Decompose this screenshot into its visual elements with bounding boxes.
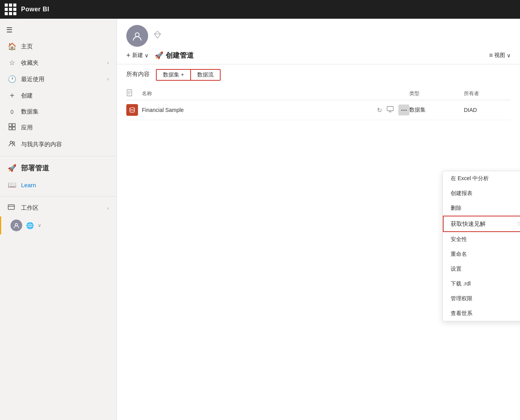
sidebar-item-label: Learn — [21, 182, 109, 188]
pipeline-button[interactable]: 🚀 创建管道 — [155, 51, 194, 60]
avatar — [11, 220, 22, 231]
context-menu-security[interactable]: 安全性 — [443, 232, 520, 247]
sidebar-item-label: 应用 — [21, 124, 109, 131]
sidebar-item-datasets[interactable]: 0 数据集 — [0, 104, 117, 119]
context-menu-view-lineage[interactable]: 查看世系 — [443, 306, 520, 321]
svg-rect-6 — [8, 205, 14, 209]
svg-rect-0 — [9, 124, 12, 126]
quick-insights-label: 获取快速见解 — [451, 220, 486, 228]
chevron-down-icon: ∨ — [507, 52, 511, 58]
context-menu-settings[interactable]: 设置 — [443, 262, 520, 276]
svg-rect-16 — [387, 106, 393, 111]
context-menu-analyze-excel[interactable]: 在 Excel 中分析 — [443, 171, 520, 186]
col-type-header: 类型 — [409, 90, 464, 97]
table-header: 名称 类型 所有者 — [126, 87, 511, 100]
sidebar-item-apps[interactable]: 应用 — [0, 119, 117, 136]
new-button[interactable]: + 新建 ∨ — [126, 51, 149, 60]
apps-icon[interactable] — [5, 4, 16, 15]
sidebar-item-pipeline[interactable]: 🚀 部署管道 — [0, 159, 117, 177]
new-label: 新建 — [132, 52, 143, 59]
sidebar-divider-2 — [0, 196, 117, 197]
toolbar: + 新建 ∨ 🚀 创建管道 ≡ 视图 ∨ — [117, 47, 520, 64]
rocket-icon: 🚀 — [8, 164, 16, 172]
chevron-right-icon: › — [107, 60, 109, 66]
sidebar-item-home[interactable]: 🏠 主页 — [0, 38, 117, 55]
sidebar-item-learn[interactable]: 📖 Learn — [0, 177, 117, 193]
svg-rect-1 — [12, 124, 15, 126]
chevron-down-icon: ∨ — [38, 223, 41, 228]
svg-marker-9 — [154, 31, 161, 38]
sidebar-item-label: 主页 — [21, 43, 109, 50]
all-content-label: 所有内容 — [126, 71, 150, 80]
apps-grid-icon — [8, 123, 16, 132]
chevron-down-icon: ∨ — [145, 52, 149, 58]
header-icons — [117, 19, 520, 47]
sidebar-item-shared[interactable]: 与我共享的内容 — [0, 136, 117, 153]
topbar: Power BI — [0, 0, 520, 19]
tab-bar: 所有内容 数据集 + 数据流 — [117, 64, 520, 81]
col-name-header: 名称 — [142, 90, 363, 97]
svg-point-7 — [15, 223, 18, 226]
refresh-icon[interactable]: ↻ — [377, 106, 382, 114]
workspace-subitem[interactable]: 🌐 ∨ — [0, 216, 117, 234]
pipeline-label: 创建管道 — [166, 51, 194, 60]
view-label: 视图 — [494, 52, 505, 59]
rocket-icon: 🚀 — [155, 51, 163, 60]
monitor-icon[interactable] — [387, 106, 394, 114]
context-menu-create-report[interactable]: 创建报表 — [443, 186, 520, 201]
star-icon: ☆ — [8, 58, 16, 67]
context-menu-delete[interactable]: 删除 — [443, 201, 520, 216]
shared-icon — [8, 140, 16, 149]
tab-dataflows[interactable]: 数据流 — [191, 70, 220, 80]
view-button[interactable]: ≡ 视图 ∨ — [489, 52, 511, 59]
svg-rect-3 — [12, 127, 15, 130]
main-layout: ☰ 🏠 主页 ☆ 收藏夹 › 🕐 最近使用 › + 创建 0 数据集 — [0, 19, 520, 420]
sidebar-item-label: 收藏夹 — [21, 59, 103, 67]
row-owner: DIAD — [464, 107, 511, 113]
sidebar-item-recent[interactable]: 🕐 最近使用 › — [0, 71, 117, 87]
app-title: Power BI — [21, 6, 49, 13]
sidebar: ☰ 🏠 主页 ☆ 收藏夹 › 🕐 最近使用 › + 创建 0 数据集 — [0, 19, 117, 420]
sidebar-item-label: 数据集 — [21, 108, 109, 115]
row-type: 数据集 — [409, 106, 464, 113]
sidebar-item-favorites[interactable]: ☆ 收藏夹 › — [0, 55, 117, 71]
sidebar-item-label: 最近使用 — [21, 76, 103, 83]
plus-icon: + — [8, 91, 16, 100]
sidebar-item-label: 部署管道 — [21, 163, 109, 173]
svg-rect-2 — [9, 127, 12, 130]
context-menu: 在 Excel 中分析 创建报表 删除 获取快速见解 安全性 重命名 设置 下载… — [442, 171, 520, 321]
chevron-right-icon: › — [107, 206, 109, 211]
datasets-count-icon: 0 — [8, 109, 16, 115]
tab-group: 数据集 + 数据流 — [156, 69, 221, 81]
svg-point-4 — [10, 141, 12, 144]
row-actions: ↻ ⋯ — [363, 105, 409, 115]
diamond-icon — [153, 30, 162, 42]
svg-point-5 — [13, 142, 15, 144]
context-menu-rename[interactable]: 重命名 — [443, 247, 520, 262]
tab-datasets[interactable]: 数据集 + — [157, 70, 191, 80]
workspace-label: 工作区 — [21, 204, 103, 212]
workspace-header[interactable]: 工作区 › — [0, 200, 117, 216]
globe-icon: 🌐 — [26, 222, 34, 229]
row-name: Financial Sample — [142, 107, 363, 113]
hamburger-button[interactable]: ☰ — [0, 22, 117, 38]
col-owner-header: 所有者 — [464, 90, 511, 97]
sidebar-divider — [0, 156, 117, 156]
context-menu-manage-permissions[interactable]: 管理权限 — [443, 291, 520, 306]
svg-point-15 — [130, 108, 134, 110]
context-menu-download-rdl[interactable]: 下载 .rdl — [443, 276, 520, 291]
table-row: Financial Sample ↻ ⋯ 数据集 DIAD — [126, 100, 511, 120]
col-icon-header — [126, 89, 142, 97]
more-options-button[interactable]: ⋯ — [398, 105, 409, 115]
main-content: + 新建 ∨ 🚀 创建管道 ≡ 视图 ∨ 所有内容 数据集 + 数据流 — [117, 19, 520, 420]
clock-icon: 🕐 — [8, 75, 16, 83]
workspace-avatar — [126, 25, 148, 47]
context-menu-quick-insights[interactable]: 获取快速见解 — [443, 216, 520, 232]
book-icon: 📖 — [8, 181, 16, 189]
plus-icon: + — [126, 51, 131, 60]
sidebar-item-create[interactable]: + 创建 — [0, 87, 117, 104]
chevron-right-icon: › — [107, 76, 109, 82]
svg-point-8 — [135, 33, 139, 37]
row-icon — [126, 104, 142, 116]
sidebar-item-label: 创建 — [21, 92, 109, 99]
